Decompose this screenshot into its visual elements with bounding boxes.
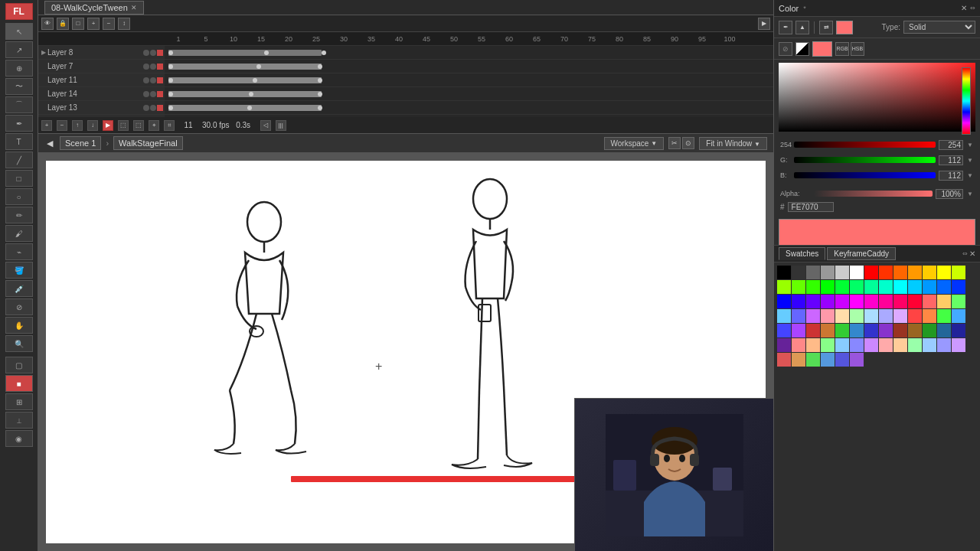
tl-icon-box[interactable]: □ [72, 18, 84, 30]
symbol-label[interactable]: WalkStageFinal [113, 136, 183, 150]
hue-slider[interactable] [962, 67, 971, 135]
swatch-item[interactable] [864, 309, 878, 323]
swatch-item[interactable] [777, 353, 791, 367]
tool-zoom[interactable]: 🔍 [5, 335, 33, 352]
color-picker-area[interactable] [779, 63, 975, 132]
fill-tool-icon[interactable]: ▲ [795, 21, 809, 34]
b-value[interactable] [939, 171, 963, 181]
title-tab[interactable]: 08-WalkCycleTween ✕ [44, 1, 144, 15]
workspace-button[interactable]: Workspace ▼ [604, 137, 665, 150]
swap-colors-icon[interactable]: ⇄ [819, 21, 833, 34]
swatch-item[interactable] [923, 309, 936, 323]
swatch-item[interactable] [792, 266, 805, 279]
swatch-item[interactable] [835, 324, 849, 337]
keyframecaddy-tab[interactable]: KeyframeCaddy [827, 247, 896, 260]
swatch-item[interactable] [893, 309, 907, 323]
tl-scroll-right[interactable]: ▶ [758, 18, 770, 30]
swatch-item[interactable] [777, 295, 791, 308]
green-slider[interactable] [794, 157, 936, 163]
r-arrow[interactable]: ▼ [966, 142, 974, 148]
swatch-item[interactable] [792, 353, 805, 367]
swatch-item[interactable] [864, 324, 878, 337]
tool-pencil[interactable]: ✏ [5, 207, 33, 223]
swatch-item[interactable] [937, 324, 951, 337]
layer-row[interactable]: ▶ Layer 14 [38, 87, 773, 101]
tool-stroke[interactable]: ▢ [5, 357, 33, 373]
swatch-item[interactable] [893, 295, 907, 308]
swatch-item[interactable] [850, 295, 864, 308]
tl-icon-eye[interactable]: 👁 [41, 18, 54, 30]
color-dot[interactable] [157, 50, 163, 56]
swatch-item[interactable] [835, 309, 849, 323]
eye-dot[interactable] [143, 64, 149, 70]
swatch-item[interactable] [850, 280, 864, 294]
tool-paint[interactable]: 🪣 [5, 262, 33, 279]
swatch-item[interactable] [864, 338, 878, 352]
swatch-item[interactable] [908, 280, 922, 294]
lock-dot[interactable] [150, 50, 156, 56]
tl-del-frame[interactable]: ⬚ [133, 120, 144, 131]
swatch-item[interactable] [821, 295, 835, 308]
swatch-item[interactable] [879, 309, 893, 323]
stage-icon-clip[interactable]: ✂ [668, 137, 681, 149]
layer-frames[interactable] [165, 73, 773, 86]
eye-dot[interactable] [143, 105, 149, 111]
swatch-item[interactable] [952, 280, 965, 294]
swatch-item[interactable] [908, 338, 922, 352]
tl-add-frame[interactable]: ⬚ [118, 120, 129, 131]
swatch-item[interactable] [937, 309, 951, 323]
swatch-item[interactable] [792, 324, 805, 337]
swatch-item[interactable] [806, 324, 820, 337]
tool-bone[interactable]: ⟂ [5, 412, 33, 429]
swatches-tab[interactable]: Swatches [779, 247, 825, 260]
swatch-item[interactable] [908, 309, 922, 323]
swatch-item[interactable] [792, 295, 805, 308]
color-dot[interactable] [157, 64, 163, 70]
swatch-item[interactable] [864, 280, 878, 294]
g-arrow[interactable]: ▼ [966, 157, 974, 164]
swatch-item[interactable] [879, 280, 893, 294]
alpha-slider[interactable] [814, 191, 933, 197]
swatch-item[interactable] [850, 309, 864, 323]
swatch-item[interactable] [792, 338, 805, 352]
swatch-item[interactable] [864, 295, 878, 308]
swatch-item[interactable] [908, 324, 922, 337]
color-dot[interactable] [157, 105, 163, 111]
swatch-item[interactable] [952, 295, 965, 308]
tool-brush[interactable]: 🖌 [5, 225, 33, 242]
alpha-value[interactable] [936, 189, 963, 199]
layer-frames[interactable] [165, 87, 773, 100]
layer-frames[interactable] [165, 101, 773, 114]
swatch-item[interactable] [923, 338, 936, 352]
layer-frames[interactable] [165, 60, 773, 73]
stage-icon-snap[interactable]: ⊙ [682, 137, 694, 149]
type-select[interactable]: Solid Linear gradient Radial gradient [903, 21, 975, 34]
title-close-icon[interactable]: ✕ [131, 4, 137, 11]
swatch-item[interactable] [821, 324, 835, 337]
swatch-item[interactable] [879, 324, 893, 337]
swatch-item[interactable] [835, 338, 849, 352]
swatch-item[interactable] [835, 280, 849, 294]
tl-onion[interactable]: ⌖ [149, 120, 159, 131]
swatch-item[interactable] [806, 280, 820, 294]
alpha-arrow[interactable]: ▼ [966, 191, 974, 197]
color-panel-resize-icon[interactable]: ⇔ [970, 5, 975, 11]
swatch-item[interactable] [835, 266, 849, 279]
tl-playback[interactable]: ||| [276, 120, 286, 131]
tool-oval[interactable]: ○ [5, 188, 33, 205]
eye-dot[interactable] [143, 91, 149, 97]
swatches-resize-icon[interactable]: ⇔ [962, 250, 968, 257]
swatch-item[interactable] [952, 324, 965, 337]
swatch-item[interactable] [937, 280, 951, 294]
tl-del-layer[interactable]: − [57, 120, 67, 131]
tool-eraser[interactable]: ⊘ [5, 298, 33, 315]
swatch-item[interactable] [777, 266, 791, 279]
lock-dot[interactable] [150, 91, 156, 97]
swatch-item[interactable] [850, 324, 864, 337]
tool-snap[interactable]: ⊞ [5, 393, 33, 410]
current-color-swatch[interactable] [812, 41, 832, 57]
tl-up[interactable]: ↑ [72, 120, 83, 131]
swatch-item[interactable] [879, 338, 893, 352]
eye-dot[interactable] [143, 50, 149, 56]
layer-frames[interactable] [165, 46, 773, 59]
